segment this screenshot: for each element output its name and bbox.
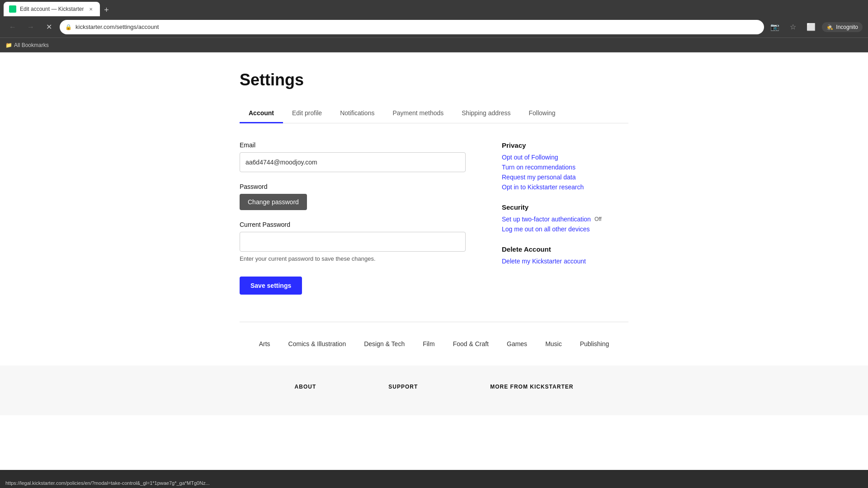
footer-support-col: SUPPORT [388,384,418,397]
incognito-badge: 🕵️ Incognito [822,22,863,32]
password-group: Password Change password [240,183,466,210]
camera-icon[interactable]: 📷 [768,20,782,34]
footer-arts-link[interactable]: Arts [259,340,270,347]
two-factor-status: Off [594,216,602,222]
security-section: Security Set up two-factor authenticatio… [502,203,628,233]
address-text: kickstarter.com/settings/account [75,23,759,30]
footer-category-links: Arts Comics & Illustration Design & Tech… [240,322,628,366]
tab-notifications[interactable]: Notifications [331,104,383,123]
footer-columns: ABOUT SUPPORT MORE FROM KICKSTARTER [0,366,868,415]
password-label: Password [240,183,466,190]
delete-account-link[interactable]: Delete my Kickstarter account [502,258,628,265]
save-settings-button[interactable]: Save settings [240,277,302,295]
two-factor-link[interactable]: Set up two-factor authentication [502,216,591,223]
tab-payment-methods[interactable]: Payment methods [383,104,453,123]
privacy-section: Privacy Opt out of Following Turn on rec… [502,141,628,191]
footer-film-link[interactable]: Film [423,340,434,347]
toolbar-actions: 📷 ☆ ⬜ 🕵️ Incognito [768,20,863,34]
opt-out-following-link[interactable]: Opt out of Following [502,154,628,161]
settings-main: Email Password Change password Current P… [240,141,466,295]
tab-close-button[interactable]: ✕ [87,5,94,13]
opt-in-research-link[interactable]: Opt in to Kickstarter research [502,183,628,191]
turn-on-recommendations-link[interactable]: Turn on recommendations [502,164,628,171]
bookmarks-folder-icon: 📁 [5,42,12,48]
address-bar[interactable]: 🔒 kickstarter.com/settings/account [60,20,764,34]
footer-support-title: SUPPORT [388,384,418,390]
delete-account-section: Delete Account Delete my Kickstarter acc… [502,245,628,265]
new-tab-button[interactable]: + [100,4,113,16]
security-title: Security [502,203,628,211]
status-bar: https://legal.kickstarter.com/policies/e… [0,478,868,488]
browser-toolbar: ← → ✕ 🔒 kickstarter.com/settings/account… [0,16,868,38]
change-password-button[interactable]: Change password [240,194,307,210]
incognito-icon: 🕵️ [826,24,833,30]
tab-account[interactable]: Account [240,104,283,123]
footer-publishing-link[interactable]: Publishing [580,340,609,347]
footer-more-title: MORE FROM KICKSTARTER [490,384,573,390]
footer-about-title: ABOUT [295,384,316,390]
bookmark-icon[interactable]: ☆ [786,20,800,34]
current-password-group: Current Password Enter your current pass… [240,221,466,262]
back-button[interactable]: ← [5,20,20,34]
logout-all-devices-link[interactable]: Log me out on all other devices [502,225,628,233]
incognito-label: Incognito [836,24,858,30]
current-password-input[interactable] [240,232,466,252]
bookmarks-bar: 📁 All Bookmarks [0,38,868,52]
tab-shipping-address[interactable]: Shipping address [453,104,519,123]
footer-design-link[interactable]: Design & Tech [364,340,405,347]
email-label: Email [240,141,466,149]
footer-games-link[interactable]: Games [507,340,527,347]
settings-tabs: Account Edit profile Notifications Payme… [240,104,628,123]
split-view-icon[interactable]: ⬜ [804,20,818,34]
page-content: Settings Account Edit profile Notificati… [0,52,868,470]
page-title: Settings [240,70,628,89]
request-personal-data-link[interactable]: Request my personal data [502,174,628,181]
delete-account-title: Delete Account [502,245,628,253]
current-password-label: Current Password [240,221,466,228]
tab-title: Edit account — Kickstarter [20,6,84,12]
tab-following[interactable]: Following [519,104,564,123]
settings-body: Email Password Change password Current P… [240,141,628,295]
footer-about-col: ABOUT [295,384,316,397]
form-hint: Enter your current password to save thes… [240,255,466,262]
tab-favicon [9,5,16,13]
tab-bar: Edit account — Kickstarter ✕ + [0,0,868,16]
email-input[interactable] [240,152,466,172]
browser-tab[interactable]: Edit account — Kickstarter ✕ [4,2,100,16]
privacy-title: Privacy [502,141,628,149]
settings-sidebar: Privacy Opt out of Following Turn on rec… [502,141,628,295]
status-url: https://legal.kickstarter.com/policies/e… [5,480,210,486]
forward-button[interactable]: → [24,20,38,34]
settings-container: Settings Account Edit profile Notificati… [231,52,637,366]
tab-edit-profile[interactable]: Edit profile [283,104,331,123]
footer-comics-link[interactable]: Comics & Illustration [288,340,346,347]
address-lock-icon: 🔒 [65,24,72,30]
two-factor-row: Set up two-factor authentication Off [502,216,628,223]
footer-music-link[interactable]: Music [545,340,562,347]
bookmarks-label: All Bookmarks [14,42,49,48]
footer-more-col: MORE FROM KICKSTARTER [490,384,573,397]
footer-food-link[interactable]: Food & Craft [453,340,489,347]
reload-button[interactable]: ✕ [42,20,56,34]
email-group: Email [240,141,466,172]
